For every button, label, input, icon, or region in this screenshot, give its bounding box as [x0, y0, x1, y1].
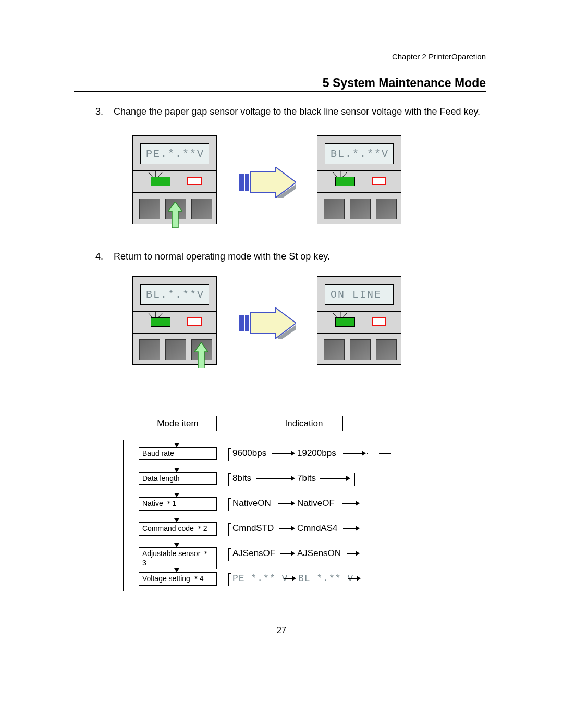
- led-green-icon: [335, 317, 355, 327]
- arrow-head-right-icon: [291, 451, 295, 456]
- ind-volt-a: PE *.** V: [232, 573, 288, 584]
- ind-native-b: NativeOF: [297, 498, 335, 509]
- mode-cmd: Command code ＊2: [139, 522, 217, 536]
- flow-line: [348, 578, 357, 579]
- panel-button-2[interactable]: [350, 339, 371, 360]
- flow-bracket: [354, 473, 355, 486]
- flow-bracket: [391, 448, 391, 461]
- flow-bracket: [228, 511, 365, 511]
- flow-bracket: [228, 486, 354, 486]
- flow-line: [280, 553, 291, 554]
- flow-bracket: [365, 548, 365, 561]
- flow-line: [284, 578, 292, 579]
- panel-2-lcd: BL.*.**V: [325, 143, 394, 164]
- flow-bracket: [365, 523, 365, 536]
- flow-line: [347, 553, 356, 554]
- panel-3-lcd: BL.*.**V: [140, 284, 209, 305]
- flow-line: [279, 528, 291, 529]
- mode-item-header: Mode item: [139, 416, 217, 431]
- arrow-head-right-icon: [292, 576, 296, 581]
- ind-data-b: 7bits: [297, 473, 316, 484]
- flow-bracket: [228, 548, 229, 561]
- panel-2-mid: [317, 170, 401, 193]
- arrow-head-right-icon: [357, 576, 361, 581]
- flow-bracket: [365, 498, 365, 511]
- section-title: 5 System Maintenance Mode: [323, 76, 486, 90]
- arrow-right-icon: [239, 307, 296, 339]
- indication-header: Indication: [265, 416, 343, 431]
- ind-baud-a: 9600bps: [232, 448, 266, 459]
- mode-volt: Voltage setting ＊4: [139, 572, 217, 586]
- flow-line: [177, 431, 177, 443]
- panel-button-1[interactable]: [324, 339, 345, 360]
- arrow-head-right-icon: [291, 501, 295, 506]
- ind-baud-b: 19200bps: [297, 448, 336, 459]
- arrow-right-icon: [239, 167, 296, 198]
- panel-button-3[interactable]: [191, 199, 212, 219]
- mode-native: Native ＊1: [139, 497, 217, 511]
- flow-bracket: [228, 573, 231, 574]
- flow-bracket: [228, 473, 229, 486]
- flow-bracket: [228, 523, 229, 536]
- ind-data-a: 8bits: [232, 473, 251, 484]
- header-rule: [74, 91, 486, 92]
- flow-line: [123, 440, 124, 591]
- flow-bracket: [228, 573, 229, 586]
- panel-button-1[interactable]: [139, 339, 160, 360]
- panel-2: BL.*.**V ＼ | ／: [317, 135, 401, 224]
- panel-button-1[interactable]: [139, 199, 160, 219]
- step-4: 4. Return to normal operating mode with …: [95, 251, 486, 262]
- arrow-head-down-icon: [174, 543, 179, 547]
- panel-button-stop[interactable]: [191, 339, 212, 360]
- step-3: 3. Change the paper gap sensor voltage t…: [95, 106, 486, 117]
- flow-bracket: [228, 498, 229, 511]
- panel-button-3[interactable]: [376, 339, 397, 360]
- step-3-text: Change the paper gap sensor voltage to t…: [114, 106, 480, 117]
- led-red-icon: [187, 317, 202, 326]
- arrow-head-right-icon: [356, 501, 360, 506]
- ind-cmd-a: CmndSTD: [232, 523, 274, 534]
- chapter-label: Chapter 2 PrinterOparetion: [392, 52, 486, 61]
- flow-bracket: [228, 448, 229, 461]
- flow-bracket: [228, 548, 231, 549]
- ind-native-a: NativeON: [232, 498, 271, 509]
- panel-button-feed[interactable]: [165, 199, 186, 219]
- step-4-text: Return to normal operating mode with the…: [114, 251, 330, 262]
- flow-bracket: [228, 523, 231, 524]
- ind-volt-b: BL *.** V: [298, 573, 353, 584]
- led-green-icon: [151, 177, 170, 186]
- flow-bracket: [228, 473, 231, 474]
- led-red-icon: [372, 177, 386, 185]
- mode-baud: Baud rate: [139, 447, 217, 460]
- panel-3-mid: [133, 311, 216, 334]
- panel-button-1[interactable]: [324, 199, 345, 219]
- panel-button-3[interactable]: [376, 199, 397, 219]
- flow-line: [272, 453, 291, 454]
- flow-line: [320, 478, 346, 479]
- flow-bracket: [228, 461, 391, 461]
- arrow-head-right-icon: [362, 451, 366, 456]
- flow-dotline: [367, 453, 391, 454]
- led-green-icon: [335, 177, 355, 186]
- panel-1: PE.*.**V ＼ | ／: [132, 135, 217, 224]
- flow-line: [177, 586, 177, 591]
- arrow-head-right-icon: [346, 476, 350, 481]
- svg-rect-2: [245, 174, 249, 191]
- flow-bracket: [228, 561, 365, 561]
- arrow-head-down-icon: [174, 443, 179, 447]
- step-4-num: 4.: [95, 251, 111, 262]
- arrow-head-down-icon: [174, 468, 179, 472]
- arrow-head-down-icon: [174, 568, 179, 572]
- arrow-head-down-icon: [174, 518, 179, 522]
- panel-3: BL.*.**V ＼ | ／: [132, 276, 217, 365]
- page: Chapter 2 PrinterOparetion 5 System Main…: [0, 0, 563, 728]
- svg-rect-6: [239, 315, 244, 331]
- flow-bracket: [365, 573, 365, 586]
- led-green-icon: [151, 317, 170, 327]
- panel-4-lcd: ON LINE: [325, 284, 394, 305]
- panel-button-2[interactable]: [350, 199, 371, 219]
- panel-button-2[interactable]: [165, 339, 186, 360]
- flow-line: [343, 453, 362, 454]
- arrow-head-right-icon: [356, 526, 360, 531]
- flow-line: [123, 440, 177, 440]
